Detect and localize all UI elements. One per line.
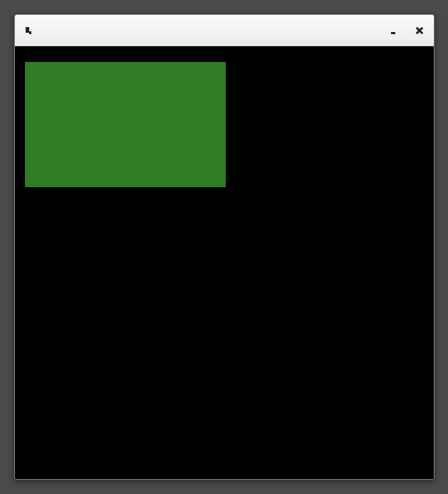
svg-rect-1 <box>29 31 31 34</box>
titlebar-left <box>25 26 38 35</box>
titlebar[interactable] <box>15 15 434 46</box>
svg-rect-0 <box>26 27 29 33</box>
app-icon <box>25 26 32 35</box>
close-icon[interactable] <box>415 26 424 35</box>
canvas-area <box>15 46 434 479</box>
application-window <box>14 14 434 480</box>
minimize-icon[interactable] <box>390 27 397 34</box>
green-rectangle <box>25 62 226 187</box>
titlebar-right <box>390 26 424 35</box>
